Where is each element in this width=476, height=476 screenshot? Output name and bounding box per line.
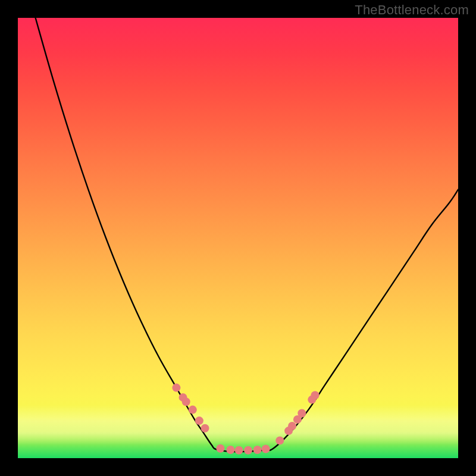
chart-overlay: [18, 18, 458, 458]
marker-dot: [298, 409, 306, 418]
bottleneck-curve: [36, 18, 458, 452]
watermark-text: TheBottleneck.com: [355, 2, 469, 18]
marker-dot: [195, 416, 203, 425]
marker-dot: [182, 397, 190, 406]
curves-group: [36, 18, 458, 452]
marker-dot: [216, 444, 224, 453]
marker-dot: [262, 444, 270, 453]
marker-dot: [189, 406, 197, 414]
marker-dot: [201, 424, 209, 433]
marker-dot: [311, 391, 320, 399]
marker-dot: [275, 436, 284, 444]
marker-dot: [253, 446, 262, 454]
marker-dot: [226, 446, 234, 454]
marker-dot: [244, 446, 252, 455]
figure-frame: TheBottleneck.com: [0, 0, 476, 476]
plot-area: [18, 18, 458, 458]
marker-dot: [288, 422, 296, 430]
marker-dot: [172, 384, 180, 392]
marker-dot: [234, 446, 243, 455]
